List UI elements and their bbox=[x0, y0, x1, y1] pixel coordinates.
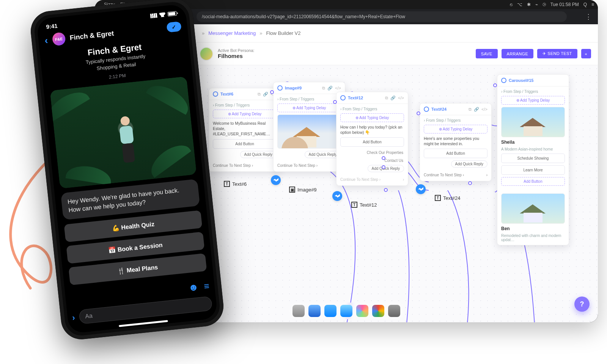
from-step-label: › From Step / Triggers bbox=[501, 89, 565, 94]
breadcrumb-current: Flow Builder V2 bbox=[266, 30, 300, 36]
macos-dock[interactable] bbox=[289, 303, 404, 319]
node-message[interactable]: Welcome to MyBusiness Real Estate, #LEAD… bbox=[213, 121, 277, 137]
node-caption-text12: TText#12 bbox=[351, 202, 377, 208]
node-title: Image#9 bbox=[285, 86, 320, 90]
node-text12[interactable]: Text#12 ⧉ 🔗 </> › From Step / Triggers ⊕… bbox=[336, 92, 408, 186]
text-node-icon bbox=[213, 91, 218, 97]
message-placeholder: Aa bbox=[85, 312, 93, 320]
link-icon[interactable]: 🔗 bbox=[474, 107, 479, 112]
link-icon[interactable]: 🔗 bbox=[263, 92, 268, 97]
link-icon[interactable]: 🔗 bbox=[327, 86, 333, 91]
copy-icon[interactable]: ⧉ bbox=[258, 92, 261, 97]
quick-replies: 💪 Health Quiz 📅 Book a Session 🍴 Meal Pl… bbox=[64, 210, 207, 286]
arrange-button[interactable]: ARRANGE bbox=[502, 49, 534, 58]
copy-icon[interactable]: ⧉ bbox=[322, 86, 325, 91]
continue-step[interactable]: Continue To Next Step › bbox=[424, 173, 464, 177]
node-image9[interactable]: Image#9 ⧉ 🔗 </> › From Step / Triggers ⊕… bbox=[273, 82, 345, 172]
node-carousel15[interactable]: Carousel#15 › From Step / Triggers ⊕ Add… bbox=[497, 74, 569, 245]
add-quick-reply[interactable]: Add Quick Reply bbox=[240, 151, 277, 158]
carousel-node-icon bbox=[501, 78, 506, 83]
add-typing-delay[interactable]: ⊕ Add Typing Delay bbox=[277, 104, 341, 112]
add-button[interactable]: Add Button bbox=[213, 139, 277, 149]
continue-step[interactable]: Continue To Next Step › bbox=[213, 163, 253, 168]
carousel-btn-schedule[interactable]: Schedule Showing bbox=[501, 154, 565, 163]
dock-app-settings[interactable] bbox=[388, 305, 400, 317]
menubar-more-icon[interactable]: ≡ bbox=[591, 2, 594, 7]
back-icon[interactable]: ‹ bbox=[44, 35, 49, 47]
send-test-button[interactable]: ✈SEND TEST bbox=[537, 49, 577, 58]
dock-app-safari[interactable] bbox=[340, 305, 352, 317]
add-quick-reply[interactable]: Add Quick Reply bbox=[368, 165, 404, 172]
link-icon[interactable]: 🔗 bbox=[390, 96, 396, 100]
code-icon[interactable]: </> bbox=[481, 107, 487, 112]
carousel-card-title: Ben bbox=[501, 226, 565, 231]
status-glyph: ⌥ bbox=[517, 2, 522, 7]
url-bar[interactable]: /social-media-automations/build-v2?page_… bbox=[197, 11, 567, 22]
node-message[interactable]: Here's are some properties you might be … bbox=[424, 136, 487, 146]
brand-avatar[interactable]: F&E bbox=[52, 32, 66, 46]
node-caption-image9: ▣Image#9 bbox=[289, 187, 317, 193]
add-typing-delay[interactable]: ⊕ Add Typing Delay bbox=[213, 110, 277, 118]
back-button[interactable]: « bbox=[581, 49, 591, 58]
help-fab[interactable]: ? bbox=[574, 297, 590, 312]
dock-app-launchpad[interactable] bbox=[292, 305, 305, 317]
carousel-card-subtitle: A Modern Asian-inspired home bbox=[501, 147, 565, 151]
emoji-icon[interactable]: ☻ bbox=[188, 281, 199, 294]
browser-menu-icon[interactable]: ⋮ bbox=[582, 13, 595, 21]
node-text24[interactable]: Text#24 ⧉ 🔗 </> › From Step / Triggers ⊕… bbox=[420, 103, 492, 181]
from-step-label: › From Step / Triggers bbox=[277, 97, 341, 101]
carousel-card-image[interactable] bbox=[501, 193, 565, 224]
continue-step[interactable]: Continue To Next Step › bbox=[340, 177, 381, 182]
image-icon: ▣ bbox=[289, 187, 295, 193]
option-check-properties[interactable]: Check Our Properties bbox=[340, 149, 404, 155]
message-input[interactable]: Aa bbox=[79, 296, 213, 324]
add-button[interactable]: Add Button bbox=[424, 149, 487, 158]
option-contact-us[interactable]: Contact Us bbox=[340, 157, 404, 163]
save-button[interactable]: SAVE bbox=[476, 49, 498, 58]
add-button[interactable]: Add Button bbox=[501, 177, 565, 186]
image-node-icon bbox=[277, 85, 283, 91]
add-button[interactable]: Add Button bbox=[340, 137, 404, 147]
carousel-card-image[interactable] bbox=[501, 107, 565, 137]
node-caption-text24: TText#24 bbox=[435, 195, 461, 201]
copy-icon[interactable]: ⧉ bbox=[385, 96, 388, 100]
text-node-icon bbox=[340, 95, 346, 100]
carousel-btn-learn[interactable]: Learn More bbox=[501, 165, 565, 175]
node-message[interactable]: How can I help you today? (pick an optio… bbox=[340, 124, 404, 135]
node-image-preview[interactable] bbox=[277, 115, 341, 149]
add-typing-delay[interactable]: ⊕ Add Typing Delay bbox=[340, 113, 404, 122]
wifi-icon[interactable]: ⧁ bbox=[543, 2, 546, 7]
status-time: 9:41 bbox=[46, 22, 58, 30]
code-icon[interactable]: </> bbox=[398, 96, 404, 100]
dock-app-finder[interactable] bbox=[308, 305, 321, 317]
status-glyph: ⎋ bbox=[510, 2, 513, 7]
breadcrumb-sep: » bbox=[259, 30, 262, 36]
cell-signal-icon bbox=[150, 13, 157, 18]
dock-app-appstore[interactable] bbox=[324, 305, 337, 317]
copy-icon[interactable]: ⧉ bbox=[469, 107, 472, 112]
breadcrumb-link[interactable]: Messenger Marketing bbox=[208, 30, 256, 36]
continue-step[interactable]: Continue To Next Step › bbox=[277, 163, 318, 168]
node-title: Carousel#15 bbox=[509, 78, 565, 83]
hero-image[interactable] bbox=[50, 76, 197, 188]
add-quick-reply[interactable]: Add Quick Reply bbox=[305, 151, 341, 158]
node-text6[interactable]: Text#6 ⧉ 🔗 </> › From Step / Triggers ⊕ … bbox=[209, 88, 281, 172]
from-step-label: › From Step / Triggers bbox=[424, 118, 487, 122]
expand-icon[interactable]: › bbox=[72, 313, 75, 323]
menu-icon[interactable]: ≡ bbox=[203, 281, 210, 292]
code-icon[interactable]: </> bbox=[335, 86, 341, 91]
persona-label: Active Bot Persona: bbox=[218, 48, 255, 53]
add-typing-delay[interactable]: ⊕ Add Typing Delay bbox=[424, 125, 487, 133]
text-icon: T bbox=[435, 195, 441, 201]
dock-app-chrome[interactable] bbox=[372, 305, 384, 317]
dock-app-photos[interactable] bbox=[356, 305, 368, 317]
add-quick-reply[interactable]: Add Quick Reply bbox=[451, 160, 487, 168]
spotlight-icon[interactable]: Q bbox=[583, 2, 587, 7]
text-icon: T bbox=[351, 202, 357, 208]
add-typing-delay[interactable]: ⊕ Add Typing Delay bbox=[501, 96, 565, 105]
battery-icon bbox=[167, 11, 177, 16]
chat-title[interactable]: Finch & Egret bbox=[69, 29, 115, 42]
phone-mockup: 9:41 ‹ F&E Finch & Egret Finch & Egret T… bbox=[29, 0, 226, 341]
carousel-card-title: Sheila bbox=[501, 140, 565, 145]
text-node-icon bbox=[424, 107, 429, 112]
